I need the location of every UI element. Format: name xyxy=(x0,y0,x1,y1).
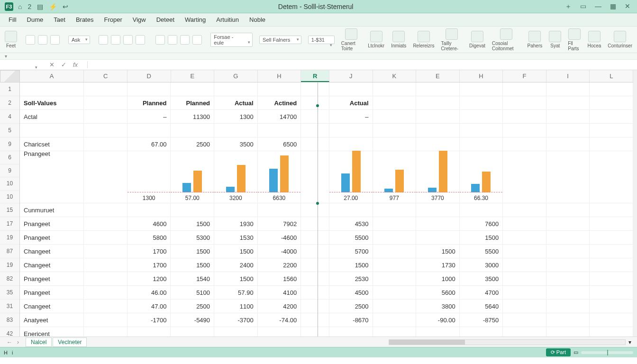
qat-item-2[interactable]: 2 xyxy=(27,3,31,10)
cell[interactable] xyxy=(84,272,127,285)
ribbon-btn-15[interactable]: Conturinser xyxy=(608,31,632,48)
cell[interactable]: 4530 xyxy=(329,217,373,230)
cell[interactable]: 1500 xyxy=(460,231,503,244)
cell[interactable]: 5500 xyxy=(460,245,503,258)
cell[interactable]: 7600 xyxy=(460,217,503,230)
add-icon[interactable]: ＋ xyxy=(565,2,572,11)
cells-area[interactable]: Soll-Values Planned Planned Actual Actin… xyxy=(20,82,633,337)
menu-insert[interactable]: Taet xyxy=(54,16,65,23)
menu-data[interactable]: Deteet xyxy=(156,16,174,23)
cell[interactable] xyxy=(503,313,546,327)
cancel-fx-icon[interactable]: ✕ xyxy=(49,61,55,68)
fx-icon[interactable]: fx xyxy=(73,61,78,68)
column-header-D[interactable]: D xyxy=(127,70,171,82)
cell[interactable]: -5490 xyxy=(171,313,214,327)
column-header-E[interactable]: E xyxy=(416,70,460,82)
cell[interactable] xyxy=(503,217,546,230)
ribbon-collapse-bar[interactable]: ▾ xyxy=(0,53,637,60)
format-painter-icon[interactable] xyxy=(50,35,60,45)
sheet-nav-next-icon[interactable]: › xyxy=(17,339,19,346)
ribbon-btn-10[interactable]: Cosoial Coitonmet xyxy=(492,28,521,51)
cell[interactable] xyxy=(416,217,460,230)
row-header[interactable]: 15 xyxy=(0,203,19,217)
cell[interactable]: Changeet xyxy=(20,258,84,272)
cell[interactable] xyxy=(258,327,301,337)
cell[interactable]: 57.90 xyxy=(214,286,258,299)
select-all-corner[interactable] xyxy=(0,70,20,82)
cell[interactable] xyxy=(373,245,417,258)
number-input[interactable]: 1-$31 xyxy=(308,36,335,44)
cell[interactable]: 4600 xyxy=(127,217,171,230)
cell[interactable] xyxy=(416,231,460,244)
cell[interactable] xyxy=(503,245,546,258)
sheet-tab-1[interactable]: Nalcel xyxy=(26,337,52,347)
menu-help[interactable]: Noble xyxy=(249,16,265,23)
cell[interactable] xyxy=(546,258,590,272)
row-header[interactable]: 31 xyxy=(0,300,19,313)
cell[interactable] xyxy=(301,217,329,230)
freeze-pane-separator[interactable] xyxy=(318,82,318,337)
cell-header-h[interactable]: Actined xyxy=(258,96,301,109)
column-header-E[interactable]: E xyxy=(171,70,215,82)
cell[interactable]: 5640 xyxy=(460,300,503,313)
ribbon-btn-12[interactable]: Syat xyxy=(549,31,561,48)
cell[interactable] xyxy=(301,231,329,244)
cell[interactable] xyxy=(590,300,633,313)
cell[interactable]: 7902 xyxy=(258,217,301,230)
cell[interactable]: 1700 xyxy=(127,258,171,272)
bold-icon[interactable] xyxy=(99,35,108,45)
cell[interactable] xyxy=(590,258,633,272)
cell[interactable]: -4600 xyxy=(258,231,301,244)
column-header-R[interactable]: R xyxy=(301,70,329,82)
menu-automate[interactable]: Artuitiun xyxy=(216,16,239,23)
cell[interactable] xyxy=(546,313,590,327)
row-header[interactable]: 9 xyxy=(0,164,19,178)
menu-layout[interactable]: Froper xyxy=(104,16,122,23)
row-headers[interactable]: 1245969101015171987198235318342 xyxy=(0,82,20,337)
device-icon[interactable]: ▭ xyxy=(580,2,586,11)
row-header[interactable]: 83 xyxy=(0,313,19,327)
cell[interactable] xyxy=(301,258,329,272)
cell[interactable]: -8750 xyxy=(460,313,503,327)
cell[interactable]: 5800 xyxy=(127,231,171,244)
cell[interactable] xyxy=(84,245,127,258)
cell[interactable]: 2400 xyxy=(214,258,258,272)
column-header-K[interactable]: K xyxy=(373,70,417,82)
cell[interactable]: 2200 xyxy=(258,258,301,272)
ribbon-btn-11[interactable]: Pahers xyxy=(528,31,543,48)
ribbon-btn-14[interactable]: Hocea xyxy=(587,31,601,48)
cell[interactable] xyxy=(373,313,417,327)
wrap-icon[interactable] xyxy=(192,35,202,45)
cell[interactable]: Enericent xyxy=(20,327,84,337)
cell[interactable]: -8670 xyxy=(329,313,373,327)
cell[interactable]: 1500 xyxy=(214,245,258,258)
cell[interactable] xyxy=(127,327,171,337)
cut-icon[interactable] xyxy=(26,35,35,45)
ribbon-btn-9[interactable]: Digevat xyxy=(469,31,485,48)
cell[interactable] xyxy=(84,231,127,244)
number-format-combo[interactable]: Sell Falners xyxy=(259,36,301,44)
horizontal-scrollbar[interactable]: ▾ xyxy=(88,339,637,346)
paste-button[interactable]: Feet xyxy=(5,31,17,48)
cell[interactable] xyxy=(301,300,329,313)
cell[interactable] xyxy=(590,327,633,337)
cell[interactable] xyxy=(546,245,590,258)
cell[interactable]: Cnangeet xyxy=(20,300,84,313)
cell[interactable] xyxy=(84,300,127,313)
cell[interactable]: 4500 xyxy=(329,286,373,299)
cell[interactable]: 1540 xyxy=(171,272,214,285)
underline-icon[interactable] xyxy=(123,35,133,45)
conditional-format-button[interactable]: Canert Toirte xyxy=(341,28,361,51)
menu-home[interactable]: Dume xyxy=(27,16,44,23)
ribbon-btn-5[interactable]: Ltclnokr xyxy=(368,31,384,48)
cell[interactable]: 2500 xyxy=(171,300,214,313)
qat-list-icon[interactable]: ▤ xyxy=(37,3,43,10)
cell[interactable]: Pnangeet xyxy=(20,231,84,244)
cell[interactable]: 1000 xyxy=(416,272,460,285)
cell[interactable]: Pnangeet xyxy=(20,217,84,230)
cell[interactable]: 1200 xyxy=(127,272,171,285)
cell[interactable]: -4000 xyxy=(258,245,301,258)
cell[interactable]: 3500 xyxy=(460,272,503,285)
column-header-G[interactable]: G xyxy=(214,70,258,82)
cell[interactable] xyxy=(373,300,417,313)
